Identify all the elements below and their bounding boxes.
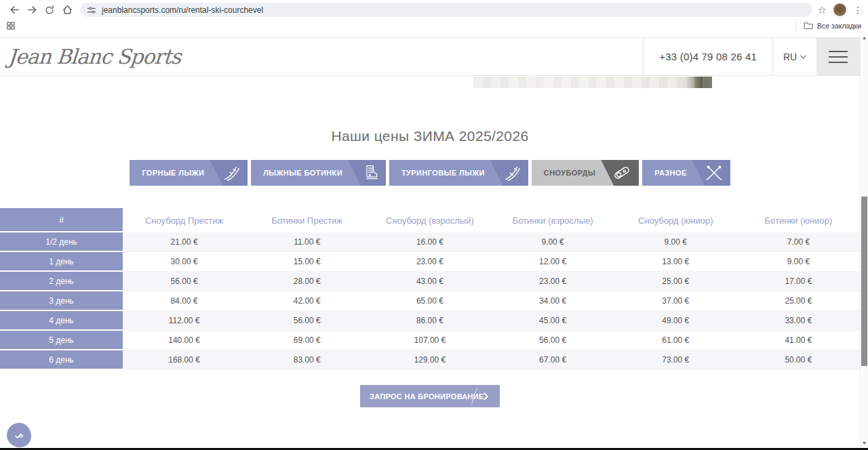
price-cell: 37.00 €	[614, 291, 737, 311]
table-header-row: #Сноуборд ПрестижБотинки ПрестижСноуборд…	[0, 208, 860, 232]
booking-request-button[interactable]: ЗАПРОС НА БРОНИРОВАНИЕ	[360, 385, 500, 407]
browser-menu-icon[interactable]: ⋮	[853, 5, 863, 15]
scrollbar-thumb[interactable]	[861, 197, 867, 366]
floating-widget-button[interactable]	[7, 423, 31, 447]
page-title: Наши цены ЗИМА 2025/2026	[0, 128, 860, 144]
price-cell: 33.00 €	[737, 311, 860, 331]
hamburger-menu-button[interactable]	[816, 38, 860, 75]
tab-label: ГОРНЫЕ ЛЫЖИ	[142, 169, 204, 177]
table-row: 1/2 день21.00 €11.00 €16.00 €9.00 €9.00 …	[0, 232, 860, 252]
price-cell: 56.00 €	[492, 331, 614, 350]
category-tab-2[interactable]: ЛЫЖНЫЕ БОТИНКИ	[251, 160, 386, 186]
site-header: Jean Blanc Sports +33 (0)4 79 08 26 41 R…	[0, 37, 860, 76]
bookmark-star-icon[interactable]: ☆	[818, 4, 827, 16]
category-tab-1[interactable]: ГОРНЫЕ ЛЫЖИ	[130, 160, 248, 186]
address-bar[interactable]: jeanblancsports.com/ru/rental-ski-courch…	[80, 3, 812, 17]
all-bookmarks-button[interactable]: Все закладки	[804, 22, 861, 30]
reload-icon[interactable]	[41, 1, 58, 19]
price-cell: 168.00 €	[123, 350, 245, 370]
browser-toolbar: jeanblancsports.com/ru/rental-ski-courch…	[0, 0, 868, 20]
price-cell: 84.00 €	[123, 291, 245, 311]
row-label: 3 день	[0, 291, 123, 311]
price-cell: 9.00 €	[614, 232, 737, 252]
scrolled-photo-fragment	[473, 77, 712, 88]
price-cell: 129.00 €	[368, 350, 491, 370]
column-header: Сноуборд (взрослый)	[368, 208, 491, 232]
chevron-down-icon	[800, 55, 806, 59]
price-cell: 107.00 €	[368, 331, 491, 350]
price-cell: 11.00 €	[245, 232, 368, 252]
price-cell: 69.00 €	[245, 331, 368, 350]
table-body: 1/2 день21.00 €11.00 €16.00 €9.00 €9.00 …	[0, 232, 860, 370]
price-table: #Сноуборд ПрестижБотинки ПрестижСноуборд…	[0, 208, 860, 370]
price-cell: 12.00 €	[492, 252, 614, 272]
table-row: 3 день84.00 €42.00 €65.00 €34.00 €37.00 …	[0, 291, 860, 311]
category-tabs: ГОРНЫЕ ЛЫЖИЛЫЖНЫЕ БОТИНКИТУРИНГОВЫЕ ЛЫЖИ…	[0, 160, 860, 186]
scroll-up-arrow[interactable]: ▲	[861, 33, 868, 41]
price-cell: 25.00 €	[737, 291, 860, 311]
price-cell: 112.00 €	[123, 311, 245, 331]
price-cell: 34.00 €	[492, 291, 614, 311]
alpine-skis-icon	[221, 163, 241, 183]
price-cell: 7.00 €	[737, 232, 860, 252]
row-label: 1 день	[0, 252, 123, 272]
column-header: #	[0, 208, 123, 232]
phone-number[interactable]: +33 (0)4 79 08 26 41	[643, 38, 773, 75]
language-label: RU	[783, 52, 797, 62]
price-cell: 61.00 €	[614, 331, 737, 350]
table-row: 5 день140.00 €69.00 €107.00 €56.00 €61.0…	[0, 331, 860, 350]
price-cell: 30.00 €	[123, 252, 245, 272]
url-text: jeanblancsports.com/ru/rental-ski-courch…	[102, 5, 263, 15]
category-tab-5[interactable]: РАЗНОЕ	[642, 160, 730, 186]
forward-icon[interactable]	[23, 1, 41, 19]
price-cell: 23.00 €	[368, 252, 491, 272]
price-cell: 25.00 €	[614, 272, 737, 291]
scroll-down-arrow[interactable]: ▼	[861, 438, 868, 447]
site-logo[interactable]: Jean Blanc Sports	[7, 38, 182, 75]
column-header: Сноуборд Престиж	[123, 208, 245, 232]
back-icon[interactable]	[5, 1, 23, 19]
apps-grid-icon[interactable]	[7, 22, 15, 30]
folder-icon	[804, 22, 813, 30]
profile-avatar[interactable]	[833, 3, 846, 16]
price-cell: 42.00 €	[245, 291, 368, 311]
price-cell: 17.00 €	[737, 272, 860, 291]
browser-window: jeanblancsports.com/ru/rental-ski-courch…	[0, 0, 868, 450]
price-cell: 83.00 €	[245, 350, 368, 370]
category-tab-3[interactable]: ТУРИНГОВЫЕ ЛЫЖИ	[389, 160, 528, 186]
crossed-skates-icon	[704, 163, 724, 183]
category-tab-4[interactable]: СНОУБОРДЫ	[532, 160, 639, 186]
column-header: Ботинки (взрослые)	[492, 208, 614, 232]
price-cell: 9.00 €	[492, 232, 614, 252]
price-cell: 50.00 €	[737, 350, 860, 370]
row-label: 2 день	[0, 272, 123, 291]
bookmarks-divider	[796, 22, 797, 30]
language-selector[interactable]: RU	[773, 38, 816, 75]
price-cell: 16.00 €	[368, 232, 491, 252]
price-cell: 65.00 €	[368, 291, 491, 311]
table-row: 6 день168.00 €83.00 €129.00 €67.00 €73.0…	[0, 350, 860, 370]
tab-label: РАЗНОЕ	[654, 169, 686, 177]
column-header: Сноуборд (юниор)	[614, 208, 737, 232]
column-header: Ботинки Престиж	[245, 208, 368, 232]
price-cell: 13.00 €	[614, 252, 737, 272]
ski-boot-icon	[362, 163, 380, 182]
price-cell: 23.00 €	[492, 272, 614, 291]
tab-label: ЛЫЖНЫЕ БОТИНКИ	[263, 169, 342, 177]
price-cell: 45.00 €	[492, 311, 614, 331]
home-icon[interactable]	[58, 1, 76, 19]
page-scrollbar: ▲ ▼	[860, 32, 868, 448]
all-bookmarks-label: Все закладки	[817, 22, 861, 30]
price-cell: 73.00 €	[614, 350, 737, 370]
price-cell: 140.00 €	[123, 331, 245, 350]
price-cell: 15.00 €	[245, 252, 368, 272]
price-cell: 43.00 €	[368, 272, 491, 291]
chevron-right-icon	[473, 385, 500, 407]
row-label: 6 день	[0, 350, 123, 370]
row-label: 1/2 день	[0, 232, 123, 252]
touring-skis-icon	[502, 163, 522, 183]
price-cell: 56.00 €	[245, 311, 368, 331]
site-settings-icon[interactable]	[87, 5, 96, 15]
table-row: 2 день56.00 €28.00 €43.00 €23.00 €25.00 …	[0, 272, 860, 291]
table-row: 1 день30.00 €15.00 €23.00 €12.00 €13.00 …	[0, 252, 860, 272]
